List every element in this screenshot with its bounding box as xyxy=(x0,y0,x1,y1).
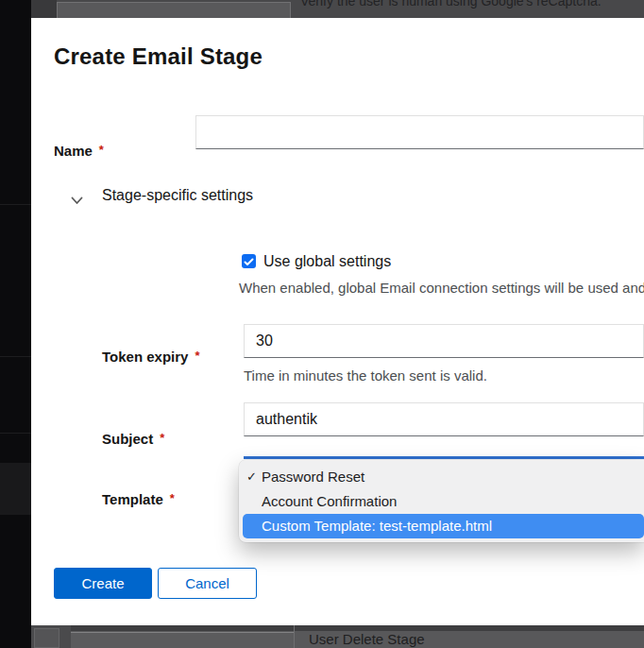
sidebar-divider xyxy=(0,204,31,205)
create-email-stage-modal: Create Email Stage Name* Stage-specific … xyxy=(31,18,644,625)
stage-settings-section-toggle[interactable]: Stage-specific settings xyxy=(71,187,253,204)
app-sidebar xyxy=(0,0,31,648)
use-global-settings-label: Use global settings xyxy=(263,253,391,270)
name-input[interactable] xyxy=(195,115,644,149)
menu-item-account-confirmation[interactable]: Account Confirmation xyxy=(239,489,644,514)
use-global-settings-helper: When enabled, global Email connection se… xyxy=(239,280,644,296)
background-page-top: Verify the user is human using Google's … xyxy=(31,0,644,18)
background-stage-name: User Delete Stage xyxy=(309,631,425,647)
selected-check-icon: ✓ xyxy=(246,465,257,489)
create-button[interactable]: Create xyxy=(54,568,152,599)
menu-item-custom-template[interactable]: Custom Template: test-template.html xyxy=(243,514,644,538)
cancel-button[interactable]: Cancel xyxy=(158,568,257,599)
required-asterisk: * xyxy=(99,143,104,157)
template-select-focus-border[interactable] xyxy=(244,456,644,459)
token-expiry-input[interactable] xyxy=(244,324,644,358)
background-column-divider xyxy=(294,625,295,648)
use-global-settings-checkbox[interactable] xyxy=(242,254,256,268)
subject-label: Subject* xyxy=(102,431,164,447)
token-expiry-label: Token expiry* xyxy=(102,349,199,365)
recaptcha-description-text: Verify the user is human using Google's … xyxy=(300,0,602,9)
background-gap xyxy=(31,0,57,18)
background-table-cell xyxy=(71,632,294,648)
section-label: Stage-specific settings xyxy=(102,187,253,204)
required-asterisk: * xyxy=(160,431,164,445)
template-label: Template* xyxy=(102,491,175,507)
required-asterisk: * xyxy=(170,491,175,505)
background-checkbox-cell xyxy=(34,628,59,648)
token-expiry-helper: Time in minutes the token sent is valid. xyxy=(244,367,487,384)
sidebar-active-item xyxy=(0,463,31,515)
template-dropdown-menu: ✓ Password Reset Account Confirmation Cu… xyxy=(239,460,644,542)
check-icon xyxy=(244,253,254,270)
sidebar-divider xyxy=(0,356,31,357)
chevron-down-icon xyxy=(71,192,83,200)
subject-input[interactable] xyxy=(244,402,644,436)
sidebar-divider xyxy=(0,433,31,434)
modal-title: Create Email Stage xyxy=(54,43,263,70)
background-card xyxy=(57,2,291,18)
background-page-bottom: User Delete Stage xyxy=(31,625,644,648)
menu-item-password-reset[interactable]: ✓ Password Reset xyxy=(239,465,644,489)
required-asterisk: * xyxy=(195,349,199,363)
name-label: Name* xyxy=(54,143,104,159)
